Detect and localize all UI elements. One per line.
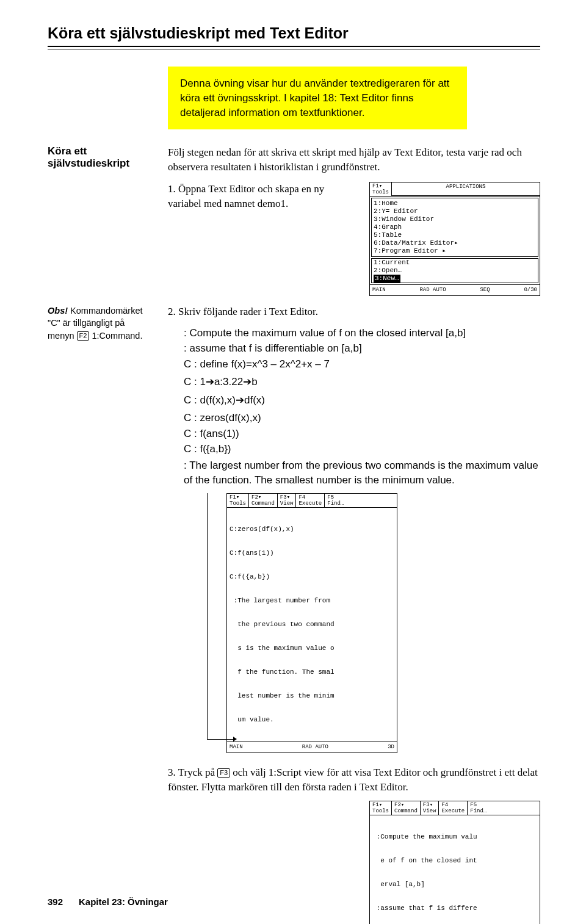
menu-tab: F2▾ Command: [392, 801, 421, 815]
screen-line: e of f on the closed int: [372, 857, 537, 865]
code-line: C : 1➔a:3.22➔b: [184, 374, 540, 390]
screen-body: C:zeros(df(x),x) C:f(ans(1)) C:f({a,b}) …: [227, 508, 397, 742]
intro-callout: Denna övning visar hur du använder textr…: [168, 67, 467, 129]
page-number: 392: [48, 897, 63, 907]
menu-title: APPLICATIONS: [392, 182, 540, 196]
code-line: : Compute the maximum value of f on the …: [184, 325, 540, 341]
menu-tab: F4 Execute: [439, 801, 468, 815]
screenshot-pointer-wrap: F1▾ Tools F2▾ Command F3▾ View F4 Execut…: [184, 493, 540, 753]
screen-line: erval [a,b]: [372, 881, 537, 889]
chapter-label: Kapitel 23: Övningar: [79, 897, 168, 907]
menu-tab: F5 Find…: [325, 494, 346, 507]
pointer-line: [207, 493, 208, 740]
status-mid: RAD AUTO: [419, 286, 446, 294]
menu-tab: F1▾ Tools: [370, 801, 392, 815]
screen-line: s is the maximum value o: [230, 644, 394, 652]
code-block: : Compute the maximum value of f on the …: [184, 325, 540, 372]
step-3: 3. Tryck på F3 och välj 1:Script view fö…: [168, 765, 540, 795]
code-line: C : define f(x)=x^3 – 2x^2+x – 7: [184, 356, 540, 372]
margin-note-lead: Obs!: [48, 306, 70, 316]
keycap-f2: F2: [77, 331, 90, 341]
step-3-a: 3. Tryck på: [168, 767, 217, 778]
menu-tab: F1▾ Tools: [227, 494, 249, 507]
code-line: : assume that f is differentiable on [a,…: [184, 341, 540, 356]
screen-line: :assume that f is differe: [372, 904, 537, 912]
code-annotation: : The largest number from the previous t…: [184, 458, 540, 488]
keycap-f3: F3: [217, 768, 230, 778]
status-bar: MAIN RAD AUTO SEQ 0/30: [370, 284, 540, 295]
screen-line: the previous two command: [230, 621, 394, 629]
menubar: F1▾ Tools F2▾ Command F3▾ View F4 Execut…: [227, 494, 397, 508]
submenu-item-selected: 3:New…: [374, 275, 400, 283]
rule-thick: [48, 46, 540, 47]
status-left: MAIN: [372, 286, 386, 294]
app-item: 1:Home: [374, 200, 536, 208]
screen-line: C:f(ans(1)): [230, 549, 394, 557]
screen-line: :Compute the maximum valu: [372, 833, 537, 841]
margin-note: Obs! Kommandomärket "C" är tillgängligt …: [48, 305, 150, 342]
code-block: C : 1➔a:3.22➔b: [184, 374, 540, 390]
code-line: C : f({a,b}): [184, 441, 540, 457]
screen-line: :The largest number from: [230, 597, 394, 605]
status-mode: SEQ: [480, 286, 490, 294]
status-bar: MAIN RAD AUTO 3D: [227, 742, 397, 753]
code-line: C : d(f(x),x)➔df(x): [184, 392, 540, 408]
menu-tab: F3▾ View: [278, 494, 297, 507]
submenu-item: 2:Open…: [374, 267, 536, 275]
step-2: 2. Skriv följande rader i Text Editor.: [168, 305, 540, 319]
app-item: 4:Graph: [374, 223, 536, 231]
rule-thin: [48, 49, 540, 49]
page-footer: 392Kapitel 23: Övningar: [48, 897, 168, 907]
menu-tab: F2▾ Command: [249, 494, 278, 507]
margin-note-tail: 1:Command.: [89, 331, 142, 341]
status-right: 0/30: [524, 286, 537, 294]
menubar: F1▾ Tools F2▾ Command F3▾ View F4 Execut…: [370, 801, 540, 815]
screen-line: C:f({a,b}): [230, 573, 394, 581]
lead-paragraph: Följ stegen nedan för att skriva ett skr…: [168, 145, 540, 175]
screen-body-top: :Compute the maximum valu e of f on the …: [370, 815, 540, 924]
status-left: MAIN: [230, 743, 243, 751]
menu-tab: F3▾ View: [421, 801, 440, 815]
submenu: 1:Current 2:Open… 3:New…: [371, 258, 538, 283]
app-item: 2:Y= Editor: [374, 208, 536, 215]
screen-line: lest number is the minim: [230, 692, 394, 700]
code-block: C : d(f(x),x)➔df(x): [184, 392, 540, 408]
code-line: C : f(ans(1)): [184, 426, 540, 442]
app-item: 6:Data/Matrix Editor▸: [374, 239, 536, 247]
calculator-screenshot-split-view: F1▾ Tools F2▾ Command F3▾ View F4 Execut…: [369, 801, 540, 924]
step-1: 1. Öppna Text Editor och skapa en ny var…: [168, 182, 360, 211]
section-title: Köra ett självstudieskript med Text Edit…: [48, 24, 540, 42]
menu-tab-tools: F1▾ Tools: [370, 182, 392, 196]
submenu-item: 1:Current: [374, 259, 536, 267]
menu-tab: F5 Find…: [468, 801, 489, 815]
screen-line: C:zeros(df(x),x): [230, 525, 394, 533]
screen-line: f the function. The smal: [230, 668, 394, 676]
calculator-screenshot-script: F1▾ Tools F2▾ Command F3▾ View F4 Execut…: [226, 493, 397, 753]
app-item: 7:Program Editor ▸: [374, 247, 536, 255]
code-line: C : zeros(df(x),x): [184, 410, 540, 426]
status-right: 3D: [388, 743, 394, 751]
calculator-screenshot-apps-menu: F1▾ Tools APPLICATIONS 1:Home 2:Y= Edito…: [369, 182, 540, 296]
intro-text: Denna övning visar hur du använder textr…: [180, 76, 455, 120]
status-mid: RAD AUTO: [302, 743, 328, 751]
app-item: 3:Window Editor: [374, 215, 536, 223]
screen-line: um value.: [230, 716, 394, 724]
side-heading: Köra ett självstudieskript: [48, 145, 150, 170]
screenshot-wrap: F1▾ Tools F2▾ Command F3▾ View F4 Execut…: [168, 801, 540, 924]
menu-tab: F4 Execute: [296, 494, 325, 507]
app-list: 1:Home 2:Y= Editor 3:Window Editor 4:Gra…: [371, 198, 538, 257]
code-block: C : zeros(df(x),x) C : f(ans(1)) C : f({…: [184, 410, 540, 457]
app-item: 5:Table: [374, 231, 536, 239]
